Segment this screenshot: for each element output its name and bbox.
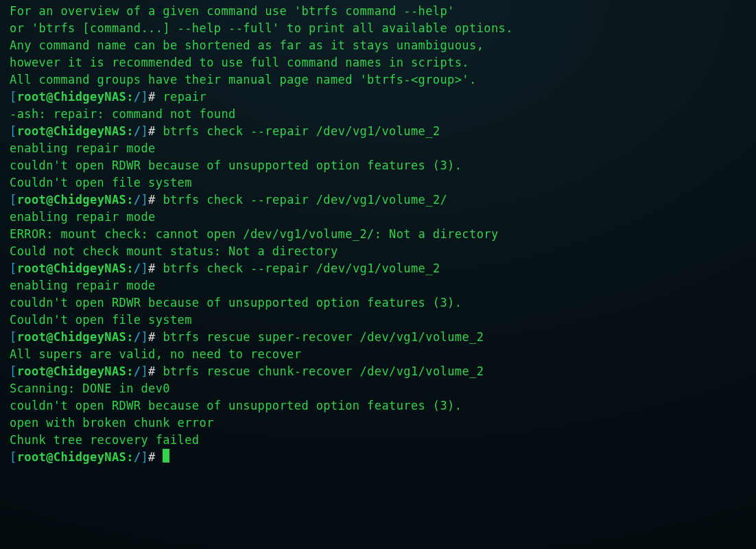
output-line: Couldn't open file system — [10, 312, 746, 329]
prompt-at: @ — [46, 261, 54, 275]
prompt-hash: # — [148, 450, 163, 464]
prompt-host: ChidgeyNAS — [54, 261, 126, 275]
prompt-line[interactable]: [root@ChidgeyNAS:/]# btrfs rescue super-… — [10, 329, 746, 346]
prompt-host: ChidgeyNAS — [54, 330, 126, 344]
prompt-hash: # — [148, 330, 163, 344]
prompt-colon: : — [126, 193, 134, 207]
output-line: Any command name can be shortened as far… — [10, 37, 746, 54]
prompt-line[interactable]: [root@ChidgeyNAS:/]# btrfs rescue chunk-… — [10, 363, 746, 380]
prompt-open-bracket: [ — [10, 364, 17, 378]
prompt-colon: : — [126, 450, 134, 464]
output-line: Couldn't open file system — [10, 174, 746, 191]
prompt-close-bracket: ] — [141, 364, 148, 378]
prompt-user: root — [17, 450, 47, 464]
prompt-user: root — [17, 261, 47, 275]
output-line: All command groups have their manual pag… — [10, 71, 746, 89]
command-text[interactable]: btrfs rescue chunk-recover /dev/vg1/volu… — [163, 364, 484, 378]
output-line: All supers are valid, no need to recover — [10, 346, 746, 363]
command-text[interactable]: btrfs rescue super-recover /dev/vg1/volu… — [163, 330, 484, 344]
prompt-colon: : — [126, 124, 134, 138]
prompt-close-bracket: ] — [141, 330, 148, 344]
output-line: however it is recommended to use full co… — [10, 54, 746, 71]
prompt-user: root — [17, 193, 47, 207]
prompt-cwd: / — [134, 124, 141, 138]
prompt-cwd: / — [134, 193, 141, 207]
prompt-at: @ — [46, 330, 54, 344]
prompt-colon: : — [126, 90, 134, 104]
prompt-host: ChidgeyNAS — [54, 90, 126, 104]
output-line: couldn't open RDWR because of unsupporte… — [10, 157, 746, 174]
prompt-hash: # — [148, 193, 163, 207]
prompt-line[interactable]: [root@ChidgeyNAS:/]# btrfs check --repai… — [10, 191, 746, 209]
prompt-cwd: / — [134, 364, 141, 378]
output-line: couldn't open RDWR because of unsupporte… — [10, 294, 746, 312]
output-line: Scanning: DONE in dev0 — [10, 380, 746, 397]
prompt-at: @ — [46, 124, 54, 138]
output-line: enabling repair mode — [10, 277, 746, 294]
prompt-colon: : — [126, 364, 134, 378]
prompt-line[interactable]: [root@ChidgeyNAS:/]# btrfs check --repai… — [10, 123, 746, 140]
prompt-close-bracket: ] — [141, 261, 148, 275]
output-line: enabling repair mode — [10, 209, 746, 226]
prompt-cwd: / — [134, 450, 141, 464]
prompt-cwd: / — [134, 261, 141, 275]
prompt-line[interactable]: [root@ChidgeyNAS:/]# — [10, 449, 746, 466]
prompt-host: ChidgeyNAS — [54, 450, 126, 464]
output-line: ERROR: mount check: cannot open /dev/vg1… — [10, 226, 746, 243]
output-line: open with broken chunk error — [10, 414, 746, 432]
prompt-line[interactable]: [root@ChidgeyNAS:/]# btrfs check --repai… — [10, 260, 746, 277]
prompt-user: root — [17, 124, 47, 138]
cursor — [163, 449, 169, 463]
prompt-close-bracket: ] — [141, 124, 148, 138]
output-line: For an overview of a given command use '… — [10, 3, 746, 20]
prompt-line[interactable]: [root@ChidgeyNAS:/]# repair — [10, 89, 746, 106]
prompt-hash: # — [148, 124, 163, 138]
prompt-user: root — [17, 364, 47, 378]
terminal-window[interactable]: For an overview of a given command use '… — [0, 0, 756, 549]
prompt-at: @ — [46, 450, 54, 464]
prompt-host: ChidgeyNAS — [54, 124, 126, 138]
prompt-hash: # — [148, 364, 163, 378]
prompt-open-bracket: [ — [10, 330, 17, 344]
prompt-close-bracket: ] — [141, 193, 148, 207]
output-line: couldn't open RDWR because of unsupporte… — [10, 397, 746, 414]
prompt-at: @ — [46, 90, 54, 104]
prompt-open-bracket: [ — [10, 193, 17, 207]
prompt-colon: : — [126, 261, 134, 275]
prompt-cwd: / — [134, 90, 141, 104]
prompt-close-bracket: ] — [141, 90, 148, 104]
prompt-open-bracket: [ — [10, 261, 17, 275]
prompt-user: root — [17, 330, 47, 344]
command-text[interactable]: btrfs check --repair /dev/vg1/volume_2/ — [163, 193, 447, 207]
prompt-colon: : — [126, 330, 134, 344]
command-text[interactable]: repair — [163, 90, 206, 104]
prompt-host: ChidgeyNAS — [54, 193, 126, 207]
output-line: Could not check mount status: Not a dire… — [10, 243, 746, 260]
output-line: Chunk tree recovery failed — [10, 432, 746, 449]
command-text[interactable]: btrfs check --repair /dev/vg1/volume_2 — [163, 124, 440, 138]
prompt-host: ChidgeyNAS — [54, 364, 126, 378]
prompt-close-bracket: ] — [141, 450, 148, 464]
prompt-hash: # — [148, 261, 163, 275]
prompt-open-bracket: [ — [10, 124, 17, 138]
output-line: enabling repair mode — [10, 140, 746, 157]
prompt-at: @ — [46, 193, 54, 207]
prompt-hash: # — [148, 90, 163, 104]
output-line: -ash: repair: command not found — [10, 106, 746, 123]
prompt-user: root — [17, 90, 47, 104]
prompt-open-bracket: [ — [10, 450, 17, 464]
prompt-at: @ — [46, 364, 54, 378]
prompt-open-bracket: [ — [10, 90, 17, 104]
output-line: or 'btrfs [command...] --help --full' to… — [10, 20, 746, 37]
command-text[interactable]: btrfs check --repair /dev/vg1/volume_2 — [163, 261, 440, 275]
prompt-cwd: / — [134, 330, 141, 344]
